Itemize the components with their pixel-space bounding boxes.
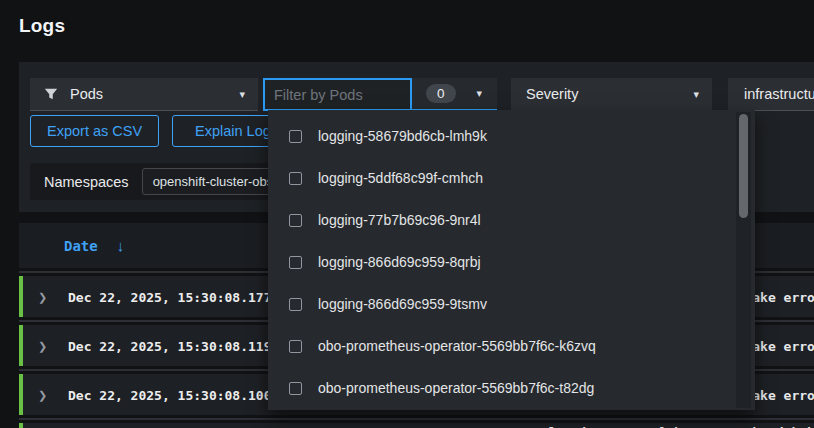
chevron-right-icon[interactable]: ❯ <box>38 290 47 303</box>
pod-option-label: obo-prometheus-operator-5569bb7f6c-k6zvq <box>318 338 596 354</box>
checkbox-icon[interactable] <box>289 172 302 185</box>
pod-option[interactable]: logging-866d69c959-9tsmv <box>268 283 755 325</box>
log-type-select-label: infrastructure <box>744 86 814 102</box>
pod-option[interactable]: logging-5ddf68c99f-cmhch <box>268 157 755 199</box>
caret-down-icon: ▾ <box>477 87 483 100</box>
namespaces-select-value: openshift-cluster-obs... <box>153 174 285 189</box>
pods-dropdown-menu: logging-58679bd6cb-lmh9k logging-5ddf68c… <box>268 110 755 410</box>
pod-option[interactable]: logging-866d69c959-8qrbj <box>268 241 755 283</box>
pods-typeahead-group: 0 ▾ <box>263 78 497 111</box>
sort-descending-icon[interactable]: ↓ <box>117 237 125 254</box>
selected-count-badge: 0 <box>426 84 456 103</box>
selected-pods-badge-toggle[interactable]: 0 ▾ <box>412 78 497 111</box>
severity-select[interactable]: Severity ▾ <box>511 78 712 111</box>
log-row: ❯ E1222 15:30:07.343903 1 logging.go:345… <box>19 423 814 428</box>
log-date: Dec 22, 2025, 15:30:08.100 <box>68 387 272 402</box>
pods-filter-select[interactable]: Pods ▾ <box>30 78 258 111</box>
caret-down-icon: ▾ <box>239 88 245 101</box>
log-date: Dec 22, 2025, 15:30:08.177 <box>68 289 272 304</box>
pod-option-label: logging-866d69c959-9tsmv <box>318 296 487 312</box>
export-csv-button[interactable]: Export as CSV <box>30 115 159 147</box>
date-column-header[interactable]: Date <box>64 238 98 254</box>
pod-option-label: logging-58679bd6cb-lmh9k <box>318 128 487 144</box>
page-title: Logs <box>19 15 65 37</box>
checkbox-icon[interactable] <box>289 298 302 311</box>
caret-down-icon: ▾ <box>693 88 699 101</box>
pod-option-label: logging-5ddf68c99f-cmhch <box>318 170 483 186</box>
chevron-right-icon[interactable]: ❯ <box>38 339 47 352</box>
checkbox-icon[interactable] <box>289 382 302 395</box>
pod-option-label: obo-prometheus-operator-5569bb7f6c-t82dg <box>318 380 594 396</box>
namespaces-label: Namespaces <box>44 174 129 190</box>
log-date: Dec 22, 2025, 15:30:08.119 <box>68 338 272 353</box>
chevron-right-icon[interactable]: ❯ <box>38 388 47 401</box>
pod-option-label: logging-866d69c959-8qrbj <box>318 254 481 270</box>
pod-option[interactable]: obo-prometheus-operator-5569bb7f6c-t82dg <box>268 367 755 409</box>
scrollbar-thumb[interactable] <box>739 114 748 218</box>
checkbox-icon[interactable] <box>289 340 302 353</box>
checkbox-icon[interactable] <box>289 130 302 143</box>
pod-option[interactable]: obo-prometheus-operator-5569bb7f6c-k6zvq <box>268 325 755 367</box>
pod-option[interactable]: logging-77b7b69c96-9nr4l <box>268 199 755 241</box>
checkbox-icon[interactable] <box>289 256 302 269</box>
checkbox-icon[interactable] <box>289 214 302 227</box>
pods-filter-select-label: Pods <box>70 86 103 102</box>
filter-by-pods-input[interactable] <box>263 78 412 111</box>
log-type-select[interactable]: infrastructure <box>728 78 814 111</box>
severity-select-label: Severity <box>526 86 578 102</box>
pod-option-label: logging-77b7b69c96-9nr4l <box>318 212 481 228</box>
pod-option[interactable]: logging-58679bd6cb-lmh9k <box>268 115 755 157</box>
filter-icon <box>44 87 58 101</box>
